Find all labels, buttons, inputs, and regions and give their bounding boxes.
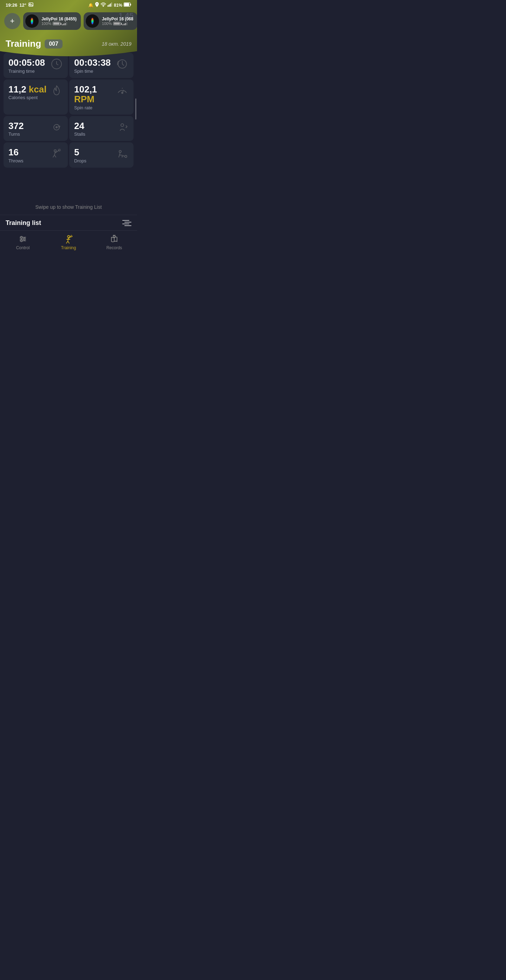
location-icon: [95, 2, 99, 8]
svg-rect-3: [108, 5, 109, 7]
svg-point-29: [21, 240, 22, 242]
turns-icon: [50, 121, 63, 134]
flame-icon: [50, 84, 63, 97]
device-battery-2: 100%: [102, 21, 112, 25]
stat-stalls: 24 Stalls: [69, 116, 133, 141]
clock-icon: [50, 58, 63, 70]
nav-training[interactable]: Training: [46, 234, 91, 250]
device-battery-1: 100%: [41, 21, 51, 25]
device-info-2: JellyPoi 16 (068 100%: [102, 16, 133, 25]
stat-training-time: 00:05:08 Training time: [3, 53, 68, 78]
stats-grid: 00:05:08 Training time 00:03:38 Spin tim…: [0, 53, 137, 168]
stalls-icon: [116, 121, 128, 134]
nav-control[interactable]: Control: [0, 234, 46, 250]
battery-bar-2: [113, 22, 121, 25]
device-name-1: JellyPoi 16 (8455): [41, 16, 76, 21]
temperature: 12°: [19, 2, 26, 8]
gallery-icon: [29, 2, 33, 8]
signal-bars-1: [62, 22, 67, 25]
stat-label-calories: Calories spent: [8, 95, 46, 100]
svg-point-27: [21, 236, 22, 238]
signal-icon: [108, 2, 113, 8]
scroll-indicator: [135, 99, 136, 119]
nav-records[interactable]: Records: [91, 234, 137, 250]
svg-rect-9: [124, 3, 129, 6]
device-status-1: 100%: [41, 21, 76, 25]
stat-label-stalls: Stalls: [74, 132, 86, 137]
device-name-2: JellyPoi 16 (068: [102, 16, 133, 21]
training-header: Training 007 18 окт. 2019: [0, 34, 137, 53]
wifi-icon: [100, 2, 106, 8]
stat-value-training-time: 00:05:08: [8, 58, 45, 68]
records-icon: [109, 234, 119, 244]
device-card-2[interactable]: JellyPoi 16 (068 100%: [84, 12, 137, 30]
stat-label-training-time: Training time: [8, 68, 45, 74]
nav-training-label: Training: [61, 245, 76, 250]
svg-point-28: [24, 238, 25, 240]
device-icon-2: [86, 14, 99, 28]
list-icon: [122, 220, 132, 226]
throws-icon: [50, 147, 63, 160]
device-icon-1: [25, 14, 39, 28]
time: 19:26: [6, 2, 17, 8]
stat-label-spin-time: Spin time: [74, 68, 111, 74]
training-label: Training: [6, 38, 41, 49]
stat-spin-rate: 102,1 RPM Spin rate: [69, 80, 133, 115]
stat-value-spin-rate: 102,1 RPM: [74, 84, 116, 104]
svg-point-19: [121, 124, 124, 127]
spin-clock-icon: [116, 58, 128, 70]
battery-percent: 81%: [114, 3, 122, 8]
stat-label-turns: Turns: [8, 132, 24, 137]
svg-point-11: [31, 18, 33, 24]
status-left: 19:26 12°: [6, 2, 33, 8]
stat-label-drops: Drops: [74, 158, 86, 164]
svg-rect-5: [110, 3, 111, 7]
stat-value-calories: 11,2 kcal: [8, 84, 46, 95]
stat-value-spin-time: 00:03:38: [74, 58, 111, 68]
svg-rect-0: [29, 3, 33, 6]
device-card-1[interactable]: JellyPoi 16 (8455) 100%: [23, 12, 81, 30]
device-info-1: JellyPoi 16 (8455) 100%: [41, 16, 76, 25]
signal-bars-2: [122, 22, 128, 25]
stat-calories: 11,2 kcal Calories spent: [3, 80, 68, 115]
training-title-row: Training 007: [6, 38, 63, 49]
nav-control-label: Control: [16, 245, 30, 250]
bottom-nav: Control Training Records: [0, 230, 137, 256]
battery-bar-1: [53, 22, 60, 25]
device-status-2: 100%: [102, 21, 133, 25]
training-date: 18 окт. 2019: [102, 41, 132, 47]
add-device-button[interactable]: +: [4, 13, 21, 29]
svg-rect-6: [111, 2, 112, 7]
stat-value-turns: 372: [8, 121, 24, 131]
svg-point-18: [56, 127, 57, 128]
stat-turns: 372 Turns: [3, 116, 68, 141]
status-bar: 19:26 12° 🔔: [0, 0, 137, 10]
nav-records-label: Records: [106, 245, 122, 250]
svg-point-16: [122, 92, 123, 94]
stat-drops: 5 Drops: [69, 142, 133, 168]
training-list-title: Training list: [6, 220, 41, 227]
training-list-bar[interactable]: Training list: [0, 215, 137, 230]
status-right: 🔔 81%: [88, 2, 132, 8]
svg-rect-8: [130, 4, 132, 6]
svg-point-13: [91, 18, 94, 24]
stat-value-throws: 16: [8, 147, 24, 158]
svg-point-30: [67, 235, 70, 238]
stat-label-throws: Throws: [8, 158, 24, 164]
swipe-hint: Swipe up to show Training List: [0, 196, 137, 213]
svg-rect-4: [109, 5, 109, 7]
stat-label-spin-rate: Spin rate: [74, 105, 116, 110]
svg-point-2: [103, 6, 104, 7]
training-number: 007: [44, 39, 63, 49]
stat-spin-time: 00:03:38 Spin time: [69, 53, 133, 78]
stat-value-drops: 5: [74, 147, 86, 158]
stat-value-stalls: 24: [74, 121, 86, 131]
control-icon: [18, 234, 28, 244]
devices-row: + JellyPoi 16 (8455) 10: [0, 10, 137, 34]
battery-icon: [124, 2, 132, 8]
speedometer-icon: [116, 84, 128, 97]
stat-throws: 16 Throws: [3, 142, 68, 168]
alarm-icon: 🔔: [88, 3, 94, 8]
drops-icon: [116, 147, 128, 160]
training-icon: [63, 234, 73, 244]
